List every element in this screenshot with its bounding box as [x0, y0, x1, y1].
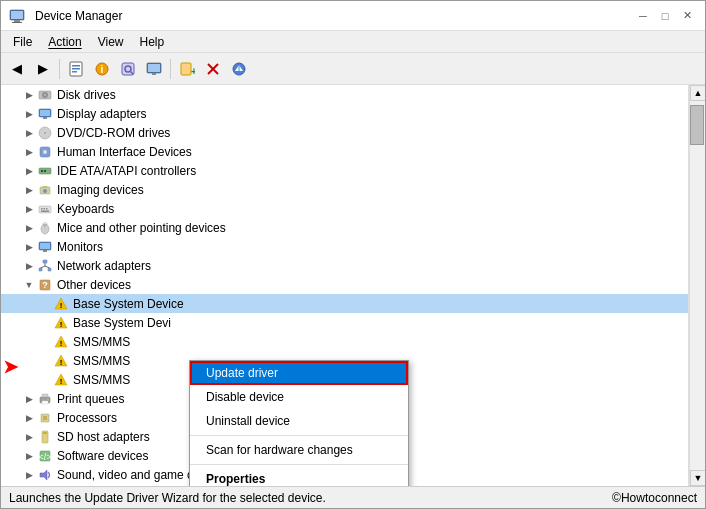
- scroll-down-button[interactable]: ▼: [690, 470, 705, 486]
- svg-point-25: [44, 94, 46, 96]
- menu-action[interactable]: Action: [40, 33, 89, 51]
- expander-mice[interactable]: ▶: [21, 220, 37, 236]
- svg-rect-49: [40, 243, 50, 249]
- svg-rect-16: [181, 63, 191, 75]
- minimize-button[interactable]: ─: [633, 6, 653, 26]
- tree-item-imaging[interactable]: ▶ Imaging devices: [1, 180, 688, 199]
- device-manager-window: Device Manager ─ □ ✕ File Action View He…: [0, 0, 706, 509]
- display-icon: [37, 106, 53, 122]
- menu-view[interactable]: View: [90, 33, 132, 51]
- expander-storage[interactable]: ▶: [21, 486, 37, 487]
- svg-text:!: !: [60, 301, 63, 310]
- software-icon: </>: [37, 448, 53, 464]
- svg-rect-14: [148, 64, 160, 72]
- scan-hardware-toolbar-button[interactable]: [116, 57, 140, 81]
- scroll-up-button[interactable]: ▲: [690, 85, 705, 101]
- maximize-button[interactable]: □: [655, 6, 675, 26]
- svg-rect-28: [43, 117, 47, 119]
- svg-rect-53: [48, 268, 51, 271]
- menu-file[interactable]: File: [5, 33, 40, 51]
- sms-icon-1: !: [53, 334, 69, 350]
- processors-label: Processors: [57, 411, 117, 425]
- tree-item-hid[interactable]: ▶ Human Interface Devices: [1, 142, 688, 161]
- sms-2-label: SMS/MMS: [73, 354, 130, 368]
- network-icon: [37, 258, 53, 274]
- monitor-button[interactable]: [142, 57, 166, 81]
- watermark: ©Howtoconnect: [612, 491, 697, 505]
- ctx-uninstall-device[interactable]: Uninstall device: [190, 409, 408, 433]
- expander-display[interactable]: ▶: [21, 106, 37, 122]
- tree-item-other[interactable]: ▼ ? Other devices: [1, 275, 688, 294]
- tree-item-keyboards[interactable]: ▶ Keyboards: [1, 199, 688, 218]
- add-driver-button[interactable]: +: [175, 57, 199, 81]
- download-button[interactable]: [227, 57, 251, 81]
- tree-item-sms-1[interactable]: ▶ ! SMS/MMS: [1, 332, 688, 351]
- close-button[interactable]: ✕: [677, 6, 697, 26]
- properties-button[interactable]: [64, 57, 88, 81]
- status-text: Launches the Update Driver Wizard for th…: [9, 491, 326, 505]
- keyboard-icon: [37, 201, 53, 217]
- svg-text:!: !: [60, 377, 63, 386]
- expander-print[interactable]: ▶: [21, 391, 37, 407]
- expander-network[interactable]: ▶: [21, 258, 37, 274]
- storage-icon: [37, 486, 53, 487]
- tree-item-monitors[interactable]: ▶ Monitors: [1, 237, 688, 256]
- tree-item-disk-drives[interactable]: ▶ Disk drives: [1, 85, 688, 104]
- svg-rect-43: [46, 208, 48, 210]
- ctx-properties[interactable]: Properties: [190, 467, 408, 486]
- arrow-pointer: ➤: [3, 356, 18, 378]
- expander-processors[interactable]: ▶: [21, 410, 37, 426]
- other-icon: ?: [37, 277, 53, 293]
- main-content: ➤ ▶ Disk drives ▶ Display adapters ▶: [1, 85, 705, 486]
- mice-label: Mice and other pointing devices: [57, 221, 226, 235]
- expander-dvd[interactable]: ▶: [21, 125, 37, 141]
- forward-button[interactable]: ▶: [31, 57, 55, 81]
- svg-rect-77: [43, 432, 47, 434]
- update-driver-toolbar-button[interactable]: i: [90, 57, 114, 81]
- menu-help[interactable]: Help: [132, 33, 173, 51]
- window-controls: ─ □ ✕: [633, 6, 697, 26]
- tree-item-mice[interactable]: ▶ Mice and other pointing devices: [1, 218, 688, 237]
- vertical-scrollbar[interactable]: ▲ ▼: [689, 85, 705, 486]
- expander-monitors[interactable]: ▶: [21, 239, 37, 255]
- toolbar-separator-1: [59, 59, 60, 79]
- network-label: Network adapters: [57, 259, 151, 273]
- expander-hid[interactable]: ▶: [21, 144, 37, 160]
- tree-item-network[interactable]: ▶ Network adapters: [1, 256, 688, 275]
- scroll-thumb[interactable]: [690, 105, 704, 145]
- svg-rect-41: [41, 208, 43, 210]
- hid-icon: [37, 144, 53, 160]
- svg-point-33: [43, 150, 47, 154]
- svg-text:!: !: [60, 358, 63, 367]
- mouse-icon: [37, 220, 53, 236]
- remove-driver-button[interactable]: [201, 57, 225, 81]
- imaging-icon: [37, 182, 53, 198]
- tree-item-dvd[interactable]: ▶ DVD/CD-ROM drives: [1, 123, 688, 142]
- app-icon: [9, 8, 25, 24]
- svg-text:!: !: [60, 320, 63, 329]
- tree-item-base-system-1[interactable]: ▶ ! Base System Device: [1, 294, 688, 313]
- expander-imaging[interactable]: ▶: [21, 182, 37, 198]
- title-bar-left: Device Manager: [9, 8, 122, 24]
- back-button[interactable]: ◀: [5, 57, 29, 81]
- expander-sound[interactable]: ▶: [21, 467, 37, 483]
- context-menu: Update driver Disable device Uninstall d…: [189, 360, 409, 486]
- device-tree[interactable]: ➤ ▶ Disk drives ▶ Display adapters ▶: [1, 85, 689, 486]
- tree-item-ide[interactable]: ▶ IDE ATA/ATAPI controllers: [1, 161, 688, 180]
- tree-item-base-system-2[interactable]: ▶ ! Base System Devi: [1, 313, 688, 332]
- expander-ide[interactable]: ▶: [21, 163, 37, 179]
- ctx-disable-device[interactable]: Disable device: [190, 385, 408, 409]
- warning-icon-1: !: [53, 296, 69, 312]
- expander-sd[interactable]: ▶: [21, 429, 37, 445]
- ctx-update-driver[interactable]: Update driver: [190, 361, 408, 385]
- ctx-scan-hardware[interactable]: Scan for hardware changes: [190, 438, 408, 462]
- expander-keyboards[interactable]: ▶: [21, 201, 37, 217]
- tree-item-display-adapters[interactable]: ▶ Display adapters: [1, 104, 688, 123]
- ide-label: IDE ATA/ATAPI controllers: [57, 164, 196, 178]
- expander-disk[interactable]: ▶: [21, 87, 37, 103]
- scroll-track[interactable]: [690, 101, 705, 470]
- expander-other[interactable]: ▼: [21, 277, 37, 293]
- expander-software[interactable]: ▶: [21, 448, 37, 464]
- ide-icon: [37, 163, 53, 179]
- svg-text:?: ?: [42, 280, 48, 290]
